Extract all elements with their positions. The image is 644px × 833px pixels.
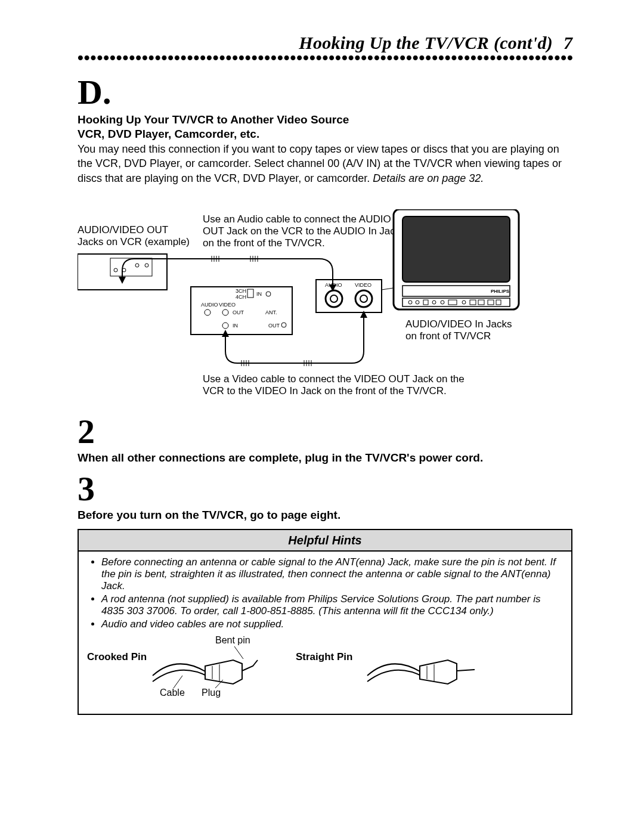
svg-text:PHILIPS: PHILIPS bbox=[491, 289, 510, 294]
svg-text:3CH: 3CH bbox=[236, 288, 246, 294]
svg-text:OUT: OUT bbox=[268, 323, 280, 329]
step-2-text: When all other connections are complete,… bbox=[78, 451, 572, 465]
svg-text:AUDIO/VIDEO In Jacks: AUDIO/VIDEO In Jacks bbox=[405, 318, 512, 330]
svg-text:on front of TV/VCR: on front of TV/VCR bbox=[405, 330, 491, 342]
svg-text:Use a Video cable to connect t: Use a Video cable to connect the VIDEO O… bbox=[203, 373, 465, 385]
svg-text:ANT.: ANT. bbox=[265, 309, 277, 315]
svg-text:IN: IN bbox=[233, 323, 238, 329]
svg-text:IN: IN bbox=[256, 291, 262, 297]
step-3-text: Before you turn on the TV/VCR, go to pag… bbox=[78, 509, 572, 522]
hint-item-3: Audio and video cables are not supplied. bbox=[101, 618, 563, 630]
step-3-number: 3 bbox=[78, 472, 572, 506]
dotted-rule: ••••••••••••••••••••••••••••••••••••••••… bbox=[78, 55, 572, 63]
av-out-label-2: Jacks on VCR (example) bbox=[78, 236, 190, 247]
tvvcr-back-panel-icon: AUDIO VIDEO OUT IN 3CH 4CH IN ANT. OUT bbox=[191, 287, 292, 335]
svg-rect-31 bbox=[402, 216, 510, 282]
pin-diagram: Bent pin Crooked Pin Cable bbox=[87, 636, 563, 702]
svg-text:Bent pin: Bent pin bbox=[215, 636, 250, 645]
svg-text:4CH: 4CH bbox=[236, 294, 246, 300]
section-heading-line1: Hooking Up Your TV/VCR to Another Video … bbox=[78, 113, 572, 126]
tvvcr-front-icon: PHILIPS bbox=[394, 209, 519, 309]
svg-text:Cable: Cable bbox=[160, 688, 185, 698]
page-title: Hooking Up the TV/VCR (cont'd) bbox=[299, 33, 553, 53]
helpful-hints-box: Helpful Hints Before connecting an anten… bbox=[78, 529, 572, 715]
svg-text:VIDEO: VIDEO bbox=[355, 282, 371, 288]
svg-line-84 bbox=[457, 670, 475, 671]
hint-item-1: Before connecting an antenna or cable si… bbox=[101, 556, 563, 592]
helpful-hints-header: Helpful Hints bbox=[79, 530, 571, 552]
step-letter: D. bbox=[78, 72, 572, 112]
svg-marker-73 bbox=[205, 660, 242, 684]
svg-text:Straight Pin: Straight Pin bbox=[296, 651, 352, 662]
audio-note-3: on the front of the TV/VCR. bbox=[203, 237, 325, 249]
svg-line-77 bbox=[174, 676, 182, 688]
svg-text:AUDIO: AUDIO bbox=[201, 302, 218, 308]
svg-text:Crooked Pin: Crooked Pin bbox=[87, 651, 147, 662]
helpful-hints-list: Before connecting an antenna or cable si… bbox=[87, 556, 563, 630]
section-paragraph-details: Details are on page 32. bbox=[373, 172, 484, 184]
hint-item-2: A rod antenna (not supplied) is availabl… bbox=[101, 593, 563, 617]
section-paragraph-main: You may need this connection if you want… bbox=[78, 143, 562, 184]
section-paragraph: You may need this connection if you want… bbox=[78, 142, 572, 185]
svg-text:VIDEO: VIDEO bbox=[219, 302, 236, 308]
section-heading-line2: VCR, DVD Player, Camcorder, etc. bbox=[78, 128, 572, 141]
svg-line-71 bbox=[234, 646, 243, 659]
audio-note-1: Use an Audio cable to connect the AUDIO bbox=[203, 213, 391, 225]
page-header: Hooking Up the TV/VCR (cont'd) 7 bbox=[78, 33, 572, 53]
svg-text:VCR to the VIDEO In Jack on th: VCR to the VIDEO In Jack on the front of… bbox=[203, 385, 447, 394]
front-jacks-closeup-icon: AUDIO VIDEO bbox=[316, 280, 382, 312]
audio-note-2: OUT Jack on the VCR to the AUDIO In Jack bbox=[203, 225, 401, 237]
svg-text:OUT: OUT bbox=[233, 309, 244, 315]
svg-marker-81 bbox=[420, 660, 457, 684]
step-2-number: 2 bbox=[78, 414, 572, 449]
svg-text:Plug: Plug bbox=[202, 688, 221, 698]
av-out-label-1: AUDIO/VIDEO OUT bbox=[78, 224, 168, 236]
page-number: 7 bbox=[564, 33, 572, 53]
connection-diagram: AUDIO/VIDEO OUT Jacks on VCR (example) U… bbox=[78, 209, 572, 397]
